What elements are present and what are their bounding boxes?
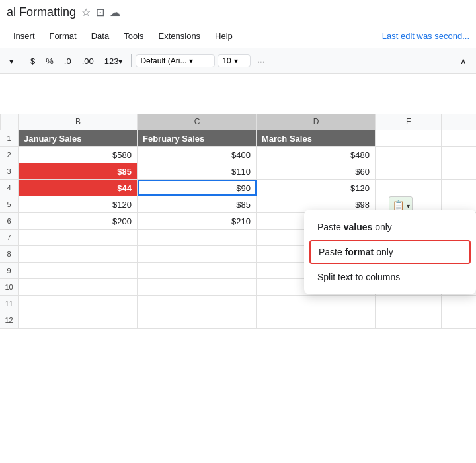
header-cell-b[interactable]: January Sales: [19, 130, 138, 146]
cloud-icon[interactable]: ☁: [110, 6, 120, 19]
cell-c9[interactable]: [138, 263, 257, 278]
cell-c6[interactable]: $210: [138, 213, 257, 229]
menu-data[interactable]: Data: [85, 28, 116, 44]
paste-format-only-option[interactable]: Paste format only: [309, 240, 471, 264]
row-number-4: 4: [0, 180, 19, 196]
header-cell-e: [376, 130, 442, 146]
cell-b4[interactable]: $44: [19, 180, 138, 196]
table-row: 3 $85 $110 $60: [0, 163, 476, 180]
split-text-to-columns-option[interactable]: Split text to columns: [304, 265, 476, 289]
paste-values-only-option[interactable]: Paste values only: [304, 215, 476, 239]
percent-button[interactable]: %: [42, 54, 58, 68]
row-number-12: 12: [0, 312, 19, 328]
cell-c11[interactable]: [138, 296, 257, 312]
currency-button[interactable]: $: [26, 54, 39, 68]
menu-help[interactable]: Help: [208, 28, 239, 44]
cell-c2[interactable]: $400: [138, 147, 257, 163]
cell-c4[interactable]: $90: [138, 180, 257, 196]
empty-top-space: [0, 74, 476, 114]
cell-d4[interactable]: $120: [257, 180, 376, 196]
cell-b2[interactable]: $580: [19, 147, 138, 163]
table-row: 2 $580 $400 $480: [0, 147, 476, 163]
star-icon[interactable]: ☆: [81, 6, 91, 19]
cell-c10[interactable]: [138, 279, 257, 295]
cell-c8[interactable]: [138, 246, 257, 262]
font-size-selector[interactable]: 10 ▾: [218, 54, 251, 67]
cell-d3[interactable]: $60: [257, 163, 376, 179]
font-name-label: Default (Ari...: [140, 56, 186, 65]
row-number-8: 8: [0, 246, 19, 262]
table-row: 12: [0, 312, 476, 329]
column-headers: B C D E: [0, 114, 476, 130]
cell-d12[interactable]: [257, 312, 376, 328]
menu-format[interactable]: Format: [43, 28, 83, 44]
paste-options-popup: Paste values only Paste format only Spli…: [304, 210, 476, 294]
cell-c7[interactable]: [138, 230, 257, 245]
font-selector[interactable]: Default (Ari... ▾: [136, 54, 215, 67]
row-number-5: 5: [0, 196, 19, 212]
paste-values-bold: values: [344, 222, 373, 232]
last-edit-status: Last edit was second...: [382, 31, 469, 41]
menu-bar: Insert Format Data Tools Extensions Help…: [0, 24, 476, 48]
font-size-dropdown-icon: ▾: [234, 56, 238, 65]
cell-b12[interactable]: [19, 312, 138, 328]
cell-e2: [376, 147, 442, 163]
col-header-e[interactable]: E: [376, 114, 442, 130]
decimal-increase-button[interactable]: .00: [78, 54, 98, 68]
table-row: 11: [0, 296, 476, 312]
row-number-6: 6: [0, 213, 19, 229]
more-options-button[interactable]: ···: [253, 54, 268, 68]
table-row: 1 January Sales February Sales March Sal…: [0, 130, 476, 147]
row-number-10: 10: [0, 279, 19, 295]
col-header-b[interactable]: B: [19, 114, 138, 130]
cell-b11[interactable]: [19, 296, 138, 312]
undo-button[interactable]: ▾: [5, 54, 18, 68]
toolbar: ▾ $ % .0 .00 123▾ Default (Ari... ▾ 10 ▾…: [0, 48, 476, 74]
document-title: al Formatting: [7, 5, 76, 19]
cell-b8[interactable]: [19, 246, 138, 262]
cell-b3[interactable]: $85: [19, 163, 138, 179]
cell-d11[interactable]: [257, 296, 376, 312]
folder-icon[interactable]: ⊡: [96, 6, 104, 19]
col-header-d[interactable]: D: [257, 114, 376, 130]
row-num-header: [0, 114, 19, 130]
cell-c5[interactable]: $85: [138, 196, 257, 212]
cell-e4: [376, 180, 442, 196]
cell-b7[interactable]: [19, 230, 138, 245]
menu-tools[interactable]: Tools: [117, 28, 150, 44]
paste-format-bold: format: [345, 247, 374, 257]
cell-b6[interactable]: $200: [19, 213, 138, 229]
menu-insert[interactable]: Insert: [7, 28, 42, 44]
header-cell-c[interactable]: February Sales: [138, 130, 257, 146]
cell-e3: [376, 163, 442, 179]
row-number-9: 9: [0, 263, 19, 278]
spreadsheet-area: B C D E 1 January Sales February Sales M…: [0, 74, 476, 329]
cell-b5[interactable]: $120: [19, 196, 138, 212]
cell-b9[interactable]: [19, 263, 138, 278]
row-number-3: 3: [0, 163, 19, 179]
col-header-c[interactable]: C: [138, 114, 257, 130]
cell-d2[interactable]: $480: [257, 147, 376, 163]
toolbar-divider-2: [131, 54, 132, 67]
cell-b10[interactable]: [19, 279, 138, 295]
decimal-decrease-button[interactable]: .0: [60, 54, 75, 68]
paste-dropdown-icon: ▾: [407, 202, 410, 210]
toolbar-divider-1: [22, 54, 22, 67]
font-size-label: 10: [222, 56, 231, 65]
header-cell-d[interactable]: March Sales: [257, 130, 376, 146]
row-number-1: 1: [0, 130, 19, 146]
title-bar: al Formatting ☆ ⊡ ☁: [0, 0, 476, 24]
table-row: 4 $44 $90 $120: [0, 180, 476, 196]
cell-c12[interactable]: [138, 312, 257, 328]
row-number-7: 7: [0, 230, 19, 245]
cell-e12: [376, 312, 442, 328]
collapse-button[interactable]: ∧: [456, 54, 471, 68]
cell-e11: [376, 296, 442, 312]
font-dropdown-icon: ▾: [189, 56, 193, 65]
format-number-button[interactable]: 123▾: [100, 54, 128, 68]
row-number-11: 11: [0, 296, 19, 312]
cell-c3[interactable]: $110: [138, 163, 257, 179]
menu-extensions[interactable]: Extensions: [152, 28, 208, 44]
row-number-2: 2: [0, 147, 19, 163]
